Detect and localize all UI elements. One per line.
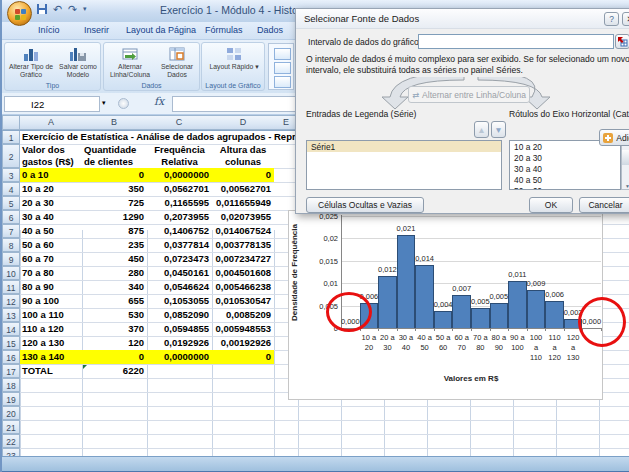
- cell-c15[interactable]: 0,0192926: [149, 336, 209, 350]
- chart-bar[interactable]: [434, 311, 453, 328]
- cell-a14[interactable]: 110 a 120: [22, 322, 64, 336]
- close-icon[interactable]: ✕: [622, 12, 629, 26]
- cell-d14[interactable]: 0,005948553: [214, 322, 271, 336]
- ribbon-tab-5[interactable]: Dados: [257, 25, 283, 35]
- row-header-7[interactable]: 7: [2, 224, 20, 238]
- chart-bar[interactable]: [471, 308, 490, 328]
- col-header-altura[interactable]: Altura das colunas: [212, 144, 274, 167]
- cell-a9[interactable]: 60 a 70: [22, 252, 54, 266]
- qat-dropdown-icon[interactable]: ▾: [83, 5, 87, 13]
- cell-b17[interactable]: 6220: [84, 364, 144, 378]
- cell-c7[interactable]: 0,1406752: [149, 224, 209, 238]
- col-header-quantidade[interactable]: Quantidade de clientes: [84, 144, 136, 167]
- category-list-scrollbar[interactable]: ▲ ▼: [621, 140, 629, 190]
- ribbon-tab-3[interactable]: Layout da Página: [126, 25, 196, 35]
- cell-c3[interactable]: 0,0000000: [149, 168, 209, 182]
- cell-a3[interactable]: 0 a 10: [22, 168, 48, 182]
- row-header-12[interactable]: 12: [2, 294, 20, 308]
- chart-bar[interactable]: [378, 276, 397, 328]
- cell-c14[interactable]: 0,0594855: [149, 322, 209, 336]
- move-up-icon[interactable]: ▲: [474, 121, 489, 138]
- cell-b14[interactable]: 370: [84, 322, 144, 336]
- chart-bar[interactable]: [490, 303, 509, 328]
- cell-a15[interactable]: 120 a 130: [22, 336, 64, 350]
- series-list-item[interactable]: Série1: [307, 141, 501, 152]
- cell-b10[interactable]: 280: [84, 266, 144, 280]
- cell-b3[interactable]: 0: [84, 168, 144, 182]
- row-header-1[interactable]: 1: [2, 130, 20, 144]
- cell-a7[interactable]: 40 a 50: [22, 224, 54, 238]
- legend-adicionar-button[interactable]: Adicionar: [599, 129, 629, 146]
- cell-a10[interactable]: 70 a 80: [22, 266, 54, 280]
- col-header-frequencia[interactable]: Frequência Relativa: [147, 144, 212, 167]
- cell-d6[interactable]: 0,02073955: [214, 210, 271, 224]
- row-header-2[interactable]: 2: [2, 144, 20, 168]
- cell-d15[interactable]: 0,00192926: [214, 336, 271, 350]
- column-header-C[interactable]: C: [169, 117, 189, 127]
- cell-d16[interactable]: 0: [214, 350, 271, 364]
- cell-c8[interactable]: 0,0377814: [149, 238, 209, 252]
- cell-d11[interactable]: 0,005466238: [214, 280, 271, 294]
- cell-a8[interactable]: 50 a 60: [22, 238, 54, 252]
- range-picker-icon[interactable]: [615, 34, 629, 49]
- help-icon[interactable]: ?: [604, 12, 619, 26]
- chart-layout-gallery-stub[interactable]: [268, 43, 294, 90]
- ribbon-tab-2[interactable]: Inserir: [84, 25, 109, 35]
- save-icon[interactable]: [36, 3, 48, 15]
- cell-a4[interactable]: 10 a 20: [22, 182, 54, 196]
- namebox-dropdown-icon[interactable]: ▾: [102, 99, 106, 107]
- cancel-button[interactable]: Cancelar: [579, 197, 629, 213]
- column-header-E[interactable]: E: [276, 117, 296, 127]
- cell-c4[interactable]: 0,0562701: [149, 182, 209, 196]
- cell-a17[interactable]: TOTAL: [22, 364, 53, 378]
- row-header-20[interactable]: 20: [2, 406, 20, 420]
- cell-b5[interactable]: 725: [84, 196, 144, 210]
- cell-d10[interactable]: 0,004501608: [214, 266, 271, 280]
- redo-icon[interactable]: ↷: [68, 3, 77, 16]
- row-header-4[interactable]: 4: [2, 182, 20, 196]
- scroll-down-icon[interactable]: ▼: [623, 183, 629, 189]
- col-header-valor[interactable]: Valor dos gastos (R$): [22, 144, 74, 167]
- cell-c10[interactable]: 0,0450161: [149, 266, 209, 280]
- row-header-14[interactable]: 14: [2, 322, 20, 336]
- cell-b15[interactable]: 120: [84, 336, 144, 350]
- cell-b16[interactable]: 0: [84, 350, 144, 364]
- scroll-thumb[interactable]: [622, 150, 629, 165]
- range-input[interactable]: [418, 34, 614, 49]
- ribbon-button-select-data[interactable]: Selecionar Dados: [154, 44, 200, 79]
- cell-b6[interactable]: 1290: [84, 210, 144, 224]
- cell-c6[interactable]: 0,2073955: [149, 210, 209, 224]
- row-header-22[interactable]: 22: [2, 434, 20, 448]
- category-list-item[interactable]: 50 a 60: [510, 185, 620, 190]
- cell-d12[interactable]: 0,010530547: [214, 294, 271, 308]
- move-down-icon[interactable]: ▼: [491, 121, 506, 138]
- chart-bar[interactable]: [508, 281, 527, 328]
- row-header-18[interactable]: 18: [2, 378, 20, 392]
- cell-b4[interactable]: 350: [84, 182, 144, 196]
- category-list-item[interactable]: 20 a 30: [510, 152, 620, 163]
- undo-icon[interactable]: ↶: [53, 3, 62, 16]
- row-header-21[interactable]: 21: [2, 420, 20, 434]
- ribbon-button-save-template[interactable]: Salvar como Modelo: [55, 44, 101, 79]
- hidden-empty-cells-button[interactable]: Células Ocultas e Vazias: [306, 197, 424, 213]
- cell-c13[interactable]: 0,0852090: [149, 308, 209, 322]
- cell-b8[interactable]: 235: [84, 238, 144, 252]
- row-header-5[interactable]: 5: [2, 196, 20, 210]
- category-list[interactable]: 10 a 2020 a 3030 a 4040 a 5050 a 60: [509, 140, 621, 190]
- ribbon-tab-4[interactable]: Fórmulas: [205, 25, 243, 35]
- cell-d5[interactable]: 0,011655949: [214, 196, 271, 210]
- cell-c5[interactable]: 0,1165595: [149, 196, 209, 210]
- cell-b7[interactable]: 875: [84, 224, 144, 238]
- ribbon-button-chart-type[interactable]: Alterar Tipo de Gráfico: [8, 44, 54, 79]
- cell-b11[interactable]: 340: [84, 280, 144, 294]
- chart-bar[interactable]: [397, 235, 416, 328]
- chart-bar[interactable]: [415, 265, 434, 328]
- legend-series-list[interactable]: Série1: [306, 140, 502, 190]
- row-header-17[interactable]: 17: [2, 364, 20, 378]
- cell-d4[interactable]: 0,00562701: [214, 182, 271, 196]
- cell-a11[interactable]: 80 a 90: [22, 280, 54, 294]
- column-header-B[interactable]: B: [104, 117, 124, 127]
- row-header-11[interactable]: 11: [2, 280, 20, 294]
- row-header-6[interactable]: 6: [2, 210, 20, 224]
- column-header-A[interactable]: A: [41, 117, 61, 127]
